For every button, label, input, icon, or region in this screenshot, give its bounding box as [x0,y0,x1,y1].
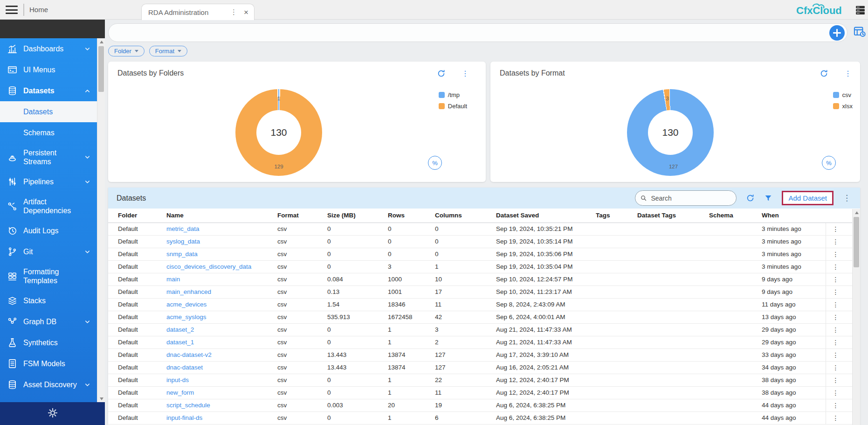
sidebar-item-graph-db[interactable]: Graph DB [0,311,97,332]
scrollbar-thumb[interactable] [854,217,859,267]
table-cell: 9 days ago [762,273,826,286]
tab-rda-administration[interactable]: RDA Administration ⋮ × [141,4,255,20]
table-search-input[interactable] [651,195,731,202]
row-kebab-icon[interactable]: ⋮ [826,336,852,348]
donut-chart-format[interactable]: 130 1273 [627,89,714,176]
sidebar-item-label: Asset Discovery [23,380,77,389]
dataset-name-link[interactable]: syslog_data [166,235,277,248]
scroll-down-icon[interactable] [97,395,105,402]
legend-label: Default [448,103,467,110]
row-kebab-icon[interactable]: ⋮ [826,223,852,235]
sidebar-item-pipelines[interactable]: Pipelines [0,171,97,192]
dataset-name-link[interactable]: dataset_1 [166,336,277,348]
tab-kebab-icon[interactable]: ⋮ [230,8,237,16]
scroll-up-icon[interactable] [97,38,105,45]
global-search-input[interactable] [117,24,830,42]
row-kebab-icon[interactable]: ⋮ [826,286,852,298]
legend-label: csv [842,91,852,98]
sidebar-item-datasets[interactable]: Datasets [0,101,97,122]
dataset-name-link[interactable]: main [166,273,277,286]
sidebar-item-label: Schemas [23,128,55,137]
percent-toggle-button[interactable]: % [822,156,836,170]
table-cell: 0 [327,336,388,348]
tab-home[interactable]: Home [29,0,48,20]
sidebar-item-schemas[interactable]: Schemas [0,122,97,143]
server-rack-icon[interactable] [854,4,866,18]
settings-gear-icon[interactable] [46,406,59,421]
table-history-icon[interactable] [853,25,866,38]
dataset-name-link[interactable]: metric_data [166,223,277,235]
table-cell: Sep 10, 2024, 11:23:17 AM [496,286,596,298]
row-kebab-icon[interactable]: ⋮ [826,323,852,336]
table-cell: csv [277,411,327,424]
row-kebab-icon[interactable]: ⋮ [826,248,852,260]
row-kebab-icon[interactable]: ⋮ [826,311,852,323]
filter-chip-format[interactable]: Format [149,46,187,56]
dataset-name-link[interactable]: script_schedule [166,399,277,411]
sidebar-item-ui-menus[interactable]: UI Menus [0,59,97,80]
chevron-down-icon [84,318,91,325]
row-kebab-icon[interactable]: ⋮ [826,260,852,273]
dataset-name-link[interactable]: input-final-ds [166,411,277,424]
row-kebab-icon[interactable]: ⋮ [826,399,852,411]
dataset-name-link[interactable]: dnac-dataset-v2 [166,348,277,361]
sidebar-item-label: FormattingTemplates [23,267,59,285]
table-refresh-icon[interactable] [746,194,755,202]
row-kebab-icon[interactable]: ⋮ [826,235,852,248]
sidebar-item-artifact-dependencies[interactable]: ArtifactDependencies [0,192,97,220]
sidebar-item-datasets[interactable]: Datasets [0,80,97,101]
row-kebab-icon[interactable]: ⋮ [826,273,852,286]
row-kebab-icon[interactable]: ⋮ [826,411,852,424]
filter-icon[interactable] [764,194,772,202]
sidebar-item-audit-logs[interactable]: Audit Logs [0,220,97,241]
legend-item--tmp[interactable]: /tmp [439,91,467,98]
row-kebab-icon[interactable]: ⋮ [826,361,852,374]
sidebar-item-synthetics[interactable]: Synthetics [0,332,97,353]
legend-item-csv[interactable]: csv [833,91,853,98]
donut-chart-folders[interactable]: 130 1129 [235,89,322,176]
dataset-name-link[interactable]: new_form [166,386,277,399]
dataset-name-link[interactable]: cisco_devices_discovery_data [166,260,277,273]
sidebar-item-partial[interactable] [0,395,97,402]
dataset-name-link[interactable]: acme_devices [166,298,277,311]
refresh-icon[interactable] [820,69,828,78]
sidebar-item-fsm-models[interactable]: FSM Models [0,353,97,374]
percent-toggle-button[interactable]: % [428,156,442,170]
card-kebab-icon[interactable]: ⋮ [844,70,852,77]
card-kebab-icon[interactable]: ⋮ [462,70,469,77]
row-kebab-icon[interactable]: ⋮ [826,374,852,386]
legend-item-default[interactable]: Default [439,103,467,110]
refresh-icon[interactable] [437,69,446,78]
scrollbar-thumb[interactable] [98,46,104,92]
sidebar-item-asset-discovery[interactable]: Asset Discovery [0,374,97,395]
dataset-name-link[interactable]: acme_syslogs [166,311,277,323]
sidebar-item-persistent-streams[interactable]: PersistentStreams [0,143,97,171]
dataset-name-link[interactable]: input-ds [166,374,277,386]
filter-chip-folder[interactable]: Folder [108,46,145,56]
dataset-name-link[interactable]: dataset_2 [166,323,277,336]
row-kebab-icon[interactable]: ⋮ [826,298,852,311]
sidebar-scrollbar[interactable] [97,38,105,402]
section-kebab-icon[interactable]: ⋮ [843,194,851,202]
sidebar-item-dashboards[interactable]: Dashboards [0,38,97,59]
dataset-name-link[interactable]: dnac-dataset [166,361,277,374]
scroll-up-icon[interactable] [853,209,861,216]
column-header-dataset-saved: Dataset Saved [496,209,596,223]
add-button[interactable] [829,25,845,41]
sidebar-item-stacks[interactable]: Stacks [0,290,97,311]
table-scrollbar[interactable] [852,209,860,425]
dataset-name-link[interactable]: main_enhanced [166,286,277,298]
add-dataset-button[interactable]: Add Dataset [782,191,834,205]
table-cell [637,399,709,411]
legend-item-xlsx[interactable]: xlsx [833,103,853,110]
table-body: Defaultmetric_datacsv000Sep 19, 2024, 10… [108,223,852,424]
menu-icon[interactable] [6,6,18,14]
dataset-name-link[interactable]: snmp_data [166,248,277,260]
row-kebab-icon[interactable]: ⋮ [826,386,852,399]
row-kebab-icon[interactable]: ⋮ [826,348,852,361]
tab-close-icon[interactable]: × [244,8,248,16]
table-cell [637,311,709,323]
sidebar-item-formatting-templates[interactable]: FormattingTemplates [0,262,97,290]
sidebar-item-git[interactable]: Git [0,241,97,262]
table-cell [709,386,762,399]
